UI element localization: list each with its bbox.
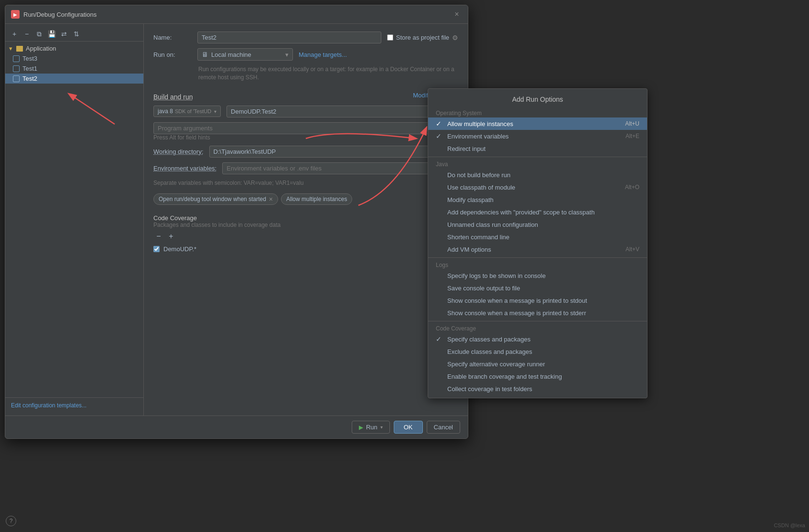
tag-open-window-close-button[interactable]: × — [269, 195, 273, 203]
working-dir-input[interactable] — [209, 146, 438, 158]
name-input[interactable] — [197, 32, 381, 43]
panel-item-add-dependencies[interactable]: ✓ Add dependencies with "provided" scope… — [428, 206, 647, 218]
run-button[interactable]: ▶ Run ▾ — [352, 421, 390, 434]
content-area: Name: Store as project file ⚙ Run on: 🖥 … — [144, 24, 468, 415]
run-play-icon: ▶ — [359, 424, 363, 431]
config-icon-test3 — [13, 55, 20, 62]
panel-item-env-vars[interactable]: ✓ Environment variables Alt+E — [428, 130, 647, 142]
panel-item-label-no-build: Do not build before run — [447, 171, 510, 179]
coverage-item-checkbox[interactable] — [153, 246, 160, 252]
panel-item-branch-coverage[interactable]: ✓ Enable branch coverage and test tracki… — [428, 370, 647, 383]
panel-item-label-show-console-stderr: Show console when a message is printed t… — [447, 309, 586, 317]
sidebar-item-test3[interactable]: Test3 — [5, 53, 143, 64]
panel-item-label-branch-coverage: Enable branch coverage and test tracking — [447, 373, 562, 380]
store-project-label: Store as project file — [396, 34, 449, 41]
edit-templates-link[interactable]: Edit configuration templates... — [11, 402, 86, 409]
panel-item-label-env-vars: Environment variables — [447, 133, 509, 140]
panel-section-logs: Logs — [428, 260, 647, 269]
build-run-label: Build and run — [153, 93, 193, 101]
name-row: Name: Store as project file ⚙ — [153, 32, 458, 43]
panel-item-alt-runner[interactable]: ✓ Specify alternative coverage runner — [428, 358, 647, 370]
coverage-add-button[interactable]: + — [166, 231, 176, 242]
program-args-row: ⊞ — [153, 122, 458, 134]
run-debug-dialog: ▶ Run/Debug Configurations × + − ⧉ 💾 ⇄ ⇅… — [5, 5, 468, 439]
panel-item-classpath-module[interactable]: ✓ Use classpath of module Alt+O — [428, 181, 647, 193]
panel-item-exclude-classes[interactable]: ✓ Exclude classes and packages — [428, 345, 647, 358]
panel-divider-2 — [428, 257, 647, 258]
save-config-button[interactable]: 💾 — [46, 29, 57, 39]
ok-button[interactable]: OK — [394, 421, 423, 434]
coverage-remove-button[interactable]: − — [153, 231, 164, 242]
panel-item-show-console-stderr[interactable]: ✓ Show console when a message is printed… — [428, 307, 647, 319]
panel-item-specify-classes[interactable]: ✓ Specify classes and packages — [428, 333, 647, 345]
panel-item-shorten-cmd[interactable]: ✓ Shorten command line — [428, 231, 647, 243]
store-project-settings-icon[interactable]: ⚙ — [452, 34, 458, 42]
sidebar-item-test2[interactable]: Test2 — [5, 74, 143, 84]
coverage-item-label: DemoUDP.* — [163, 245, 196, 253]
remove-config-button[interactable]: − — [22, 29, 32, 39]
dialog-body: + − ⧉ 💾 ⇄ ⇅ ▾ Application Test3 Test1 — [5, 24, 468, 415]
program-args-input[interactable] — [153, 122, 446, 134]
panel-item-allow-multiple[interactable]: ✓ Allow multiple instances Alt+U — [428, 117, 647, 130]
main-class-input[interactable] — [227, 106, 458, 117]
store-project-checkbox[interactable] — [387, 34, 393, 41]
tag-multiple-instances-label: Allow multiple instances — [286, 196, 347, 202]
sidebar-item-test1[interactable]: Test1 — [5, 64, 143, 74]
cancel-button[interactable]: Cancel — [427, 421, 460, 434]
check-icon-env-vars: ✓ — [436, 132, 443, 140]
env-vars-input[interactable] — [222, 162, 438, 174]
panel-item-add-vm-options[interactable]: ✓ Add VM options Alt+V — [428, 243, 647, 255]
panel-item-label-redirect: Redirect input — [447, 145, 485, 152]
panel-item-specify-logs[interactable]: ✓ Specify logs to be shown in console — [428, 269, 647, 282]
sidebar-item-label-test1: Test1 — [22, 65, 37, 72]
env-vars-row: Environment variables: 📁 — [153, 162, 458, 174]
env-vars-hint: Separate variables with semicolon: VAR=v… — [153, 179, 458, 187]
folder-icon — [16, 46, 23, 52]
manage-targets-link[interactable]: Manage targets... — [299, 51, 347, 58]
panel-item-label-add-vm: Add VM options — [447, 246, 491, 253]
sort-config-button[interactable]: ⇅ — [71, 29, 82, 39]
panel-item-collect-coverage[interactable]: ✓ Collect coverage in test folders — [428, 383, 647, 395]
code-coverage-section: Code Coverage Mod Packages and classes t… — [153, 213, 458, 254]
panel-item-save-console[interactable]: ✓ Save console output to file — [428, 282, 647, 294]
help-button[interactable]: ? — [6, 516, 16, 526]
panel-item-label-unnamed-class: Unnamed class run configuration — [447, 221, 538, 228]
sidebar: + − ⧉ 💾 ⇄ ⇅ ▾ Application Test3 Test1 — [5, 24, 144, 415]
tag-open-window-label: Open run/debug tool window when started — [159, 196, 266, 202]
watermark: CSDN @lexa — [774, 522, 805, 528]
tag-multiple-instances: Allow multiple instances — [281, 193, 352, 205]
panel-divider-3 — [428, 321, 647, 321]
panel-item-label-specify-classes: Specify classes and packages — [447, 336, 530, 343]
sidebar-footer: Edit configuration templates... — [5, 397, 143, 413]
dialog-footer: ▶ Run ▾ OK Cancel — [5, 415, 468, 438]
copy-config-button[interactable]: ⧉ — [34, 29, 44, 39]
config-icon-test2 — [13, 75, 20, 82]
dialog-close-button[interactable]: × — [452, 9, 462, 20]
sdk-label: java 8 — [158, 108, 173, 115]
sidebar-item-application[interactable]: ▾ Application — [5, 43, 143, 53]
dropdown-arrow-icon: ▾ — [285, 51, 289, 58]
name-label: Name: — [153, 34, 192, 41]
sidebar-item-label-application: Application — [26, 45, 56, 52]
shortcut-env-vars: Alt+E — [626, 133, 639, 139]
shortcut-add-vm: Alt+V — [626, 246, 639, 253]
panel-item-show-console-stdout[interactable]: ✓ Show console when a message is printed… — [428, 294, 647, 307]
panel-item-redirect-input[interactable]: ✓ Redirect input — [428, 142, 647, 155]
chevron-down-icon: ▾ — [9, 45, 12, 52]
move-config-button[interactable]: ⇄ — [59, 29, 69, 39]
run-button-label: Run — [366, 424, 378, 431]
panel-section-os: Operating System — [428, 108, 647, 117]
panel-item-label-show-console-stdout: Show console when a message is printed t… — [447, 297, 587, 304]
field-hint: Press Alt for field hints — [153, 134, 458, 141]
build-run-row: Build and run Modify options ▾ — [153, 90, 458, 101]
panel-item-no-build[interactable]: ✓ Do not build before run — [428, 169, 647, 181]
env-vars-label: Environment variables: — [153, 165, 216, 172]
panel-item-unnamed-class[interactable]: ✓ Unnamed class run configuration — [428, 218, 647, 231]
run-on-dropdown[interactable]: 🖥 Local machine ▾ — [197, 48, 293, 61]
config-icon-test1 — [13, 65, 20, 72]
sdk-dropdown[interactable]: java 8 SDK of 'TestUD ▾ — [153, 106, 221, 117]
check-icon-allow-multiple: ✓ — [436, 120, 443, 128]
panel-item-modify-classpath[interactable]: ✓ Modify classpath — [428, 193, 647, 206]
panel-section-coverage: Code Coverage — [428, 323, 647, 333]
add-config-button[interactable]: + — [9, 29, 20, 39]
